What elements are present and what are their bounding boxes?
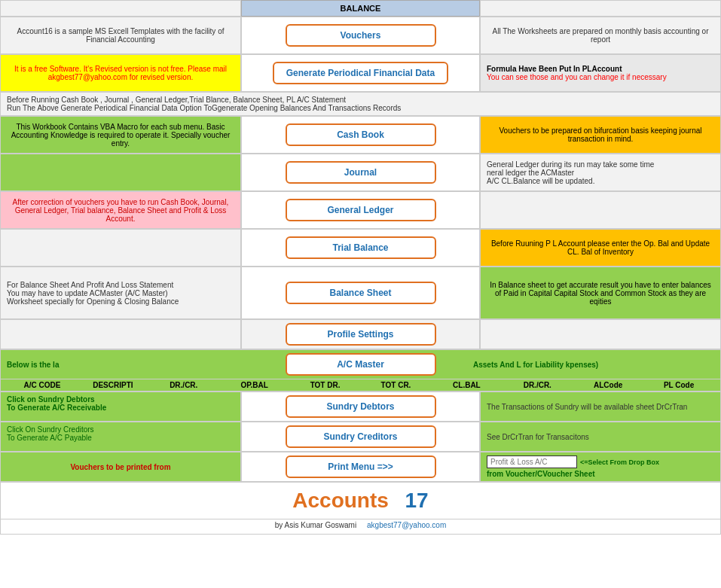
general-ledger-button[interactable]: General Ledger bbox=[286, 199, 436, 221]
print-button[interactable]: Print Menu =>> bbox=[286, 455, 436, 478]
balance-sheet-button-container: Balance Sheet bbox=[241, 267, 480, 319]
sundry-creditors-button-container: Sundry Creditors bbox=[241, 422, 480, 452]
accounts-text: Accounts bbox=[292, 489, 389, 512]
general-ledger-right bbox=[480, 191, 721, 229]
journal-row: Journal General Ledger during its run ma… bbox=[0, 154, 721, 191]
generate-left-text: It is a free Software. It's Revised vers… bbox=[0, 54, 241, 92]
sundry-debtors-row: Click on Sundry Debtors To Generate A/C … bbox=[0, 391, 721, 422]
acmaster-col4: OP.BAL bbox=[219, 381, 290, 389]
trial-balance-row: Trial Balance Before Ruuning P L Account… bbox=[0, 229, 721, 267]
trial-balance-left bbox=[0, 229, 241, 267]
balance-sheet-left-line2: You may have to update ACMaster (A/C Mas… bbox=[7, 289, 234, 297]
print-row: Vouchers to be printed from Print Menu =… bbox=[0, 452, 721, 482]
acmaster-header-right: Assets And L for Liability kpenses) bbox=[473, 361, 714, 369]
profile-button-container: Profile Settings bbox=[241, 319, 480, 349]
acmaster-col5: TOT DR. bbox=[290, 381, 361, 389]
print-right: <=Select From Drop Box from Voucher/CVou… bbox=[480, 452, 721, 482]
trial-balance-button-container: Trial Balance bbox=[241, 229, 480, 267]
notice-line2: Run The Above Generate Periodical Financ… bbox=[7, 104, 714, 112]
balance-header: BALANCE bbox=[241, 0, 480, 17]
journal-button-container: Journal bbox=[241, 154, 480, 191]
sundry-creditors-button[interactable]: Sundry Creditors bbox=[286, 425, 436, 448]
acmaster-header: Below is the la A/C Master Assets And L … bbox=[0, 349, 721, 379]
balance-sheet-left: For Balance Sheet And Profit And Loss St… bbox=[0, 267, 241, 319]
generate-button-container: Generate Periodical Financial Data bbox=[241, 54, 480, 92]
profile-right bbox=[480, 319, 721, 349]
balance-sheet-button[interactable]: Balance Sheet bbox=[286, 282, 436, 304]
profile-row: Profile Settings bbox=[0, 319, 721, 349]
vouchers-left-text: Account16 is a sample MS Excell Template… bbox=[0, 17, 241, 54]
journal-right-line1: General Ledger during its run may take s… bbox=[487, 160, 714, 169]
balance-sheet-left-line3: Worksheet specially for Opening & Closin… bbox=[7, 297, 234, 306]
notice-row: Before Running Cash Book , Journal , Gen… bbox=[0, 92, 721, 116]
print-button-container: Print Menu =>> bbox=[241, 452, 480, 482]
sundry-creditors-right: See DrCrTran for Transacitons bbox=[480, 422, 721, 452]
pl-dropdown-label: <=Select From Drop Box bbox=[580, 459, 659, 466]
acmaster-col8: DR./CR. bbox=[502, 381, 573, 389]
cashbook-left-text: This Workbook Contains VBA Macro for eac… bbox=[0, 116, 241, 154]
journal-button[interactable]: Journal bbox=[286, 161, 436, 184]
balance-sheet-right: In Balance sheet to get accurate result … bbox=[480, 267, 721, 319]
general-ledger-left: After correction of vouchers you have to… bbox=[0, 191, 241, 229]
pl-input-row: <=Select From Drop Box bbox=[487, 455, 714, 468]
profile-button[interactable]: Profile Settings bbox=[286, 323, 436, 346]
footer-sub-author: by Asis Kumar Goswami bbox=[275, 521, 356, 529]
sundry-debtors-left: Click on Sundry Debtors To Generate A/C … bbox=[0, 391, 241, 422]
acmaster-col1: A/C CODE bbox=[7, 381, 78, 389]
generate-button[interactable]: Generate Periodical Financial Data bbox=[273, 62, 448, 84]
cashbook-button[interactable]: Cash Book bbox=[286, 123, 436, 146]
acmaster-button[interactable]: A/C Master bbox=[286, 353, 436, 376]
vouchers-button-container: Vouchers bbox=[241, 17, 480, 54]
sundry-creditors-left: Click On Sundry Creditors To Generate A/… bbox=[0, 422, 241, 452]
profile-left bbox=[0, 319, 241, 349]
sc-left-line2: To Generate A/C Payable bbox=[7, 434, 234, 442]
sundry-debtors-right: The Transactions of Sundry will be avail… bbox=[480, 391, 721, 422]
footer-email[interactable]: akgbest77@yahoo.com bbox=[367, 521, 446, 529]
generate-right-text: Formula Have Been Put In PLAccount You c… bbox=[480, 54, 721, 92]
sundry-debtors-button-container: Sundry Debtors bbox=[241, 391, 480, 422]
generate-row: It is a free Software. It's Revised vers… bbox=[0, 54, 721, 92]
acmaster-button-container: A/C Master bbox=[248, 353, 473, 376]
journal-left bbox=[0, 154, 241, 191]
journal-right-line3: A/C CL.Balance will be updated. bbox=[487, 177, 714, 185]
balance-sheet-left-line1: For Balance Sheet And Profit And Loss St… bbox=[7, 281, 234, 289]
print-left-text: Vouchers to be printed from bbox=[0, 452, 241, 482]
general-ledger-button-container: General Ledger bbox=[241, 191, 480, 229]
vouchers-row: Account16 is a sample MS Excell Template… bbox=[0, 17, 721, 54]
acmaster-col9: ALCode bbox=[573, 381, 643, 389]
journal-right-line2: neral ledger the ACMaster bbox=[487, 169, 714, 177]
acmaster-cols: A/C CODE DESCRIPTI DR./CR. OP.BAL TOT DR… bbox=[0, 379, 721, 391]
trial-balance-right: Before Ruuning P L Account please enter … bbox=[480, 229, 721, 267]
sd-left-line2: To Generate A/C Receivable bbox=[7, 404, 234, 412]
acmaster-col2: DESCRIPTI bbox=[78, 381, 148, 389]
footer-title: Accounts 17 bbox=[0, 482, 721, 519]
cashbook-right-text: Vouchers to be prepared on bifurcation b… bbox=[480, 116, 721, 154]
sundry-debtors-button[interactable]: Sundry Debtors bbox=[286, 395, 436, 418]
acmaster-header-left: Below is the la bbox=[7, 361, 248, 369]
accounts-num: 17 bbox=[405, 489, 429, 512]
print-right-bottom: from Voucher/CVoucher Sheet bbox=[487, 470, 714, 478]
accounts-space bbox=[391, 489, 403, 512]
footer-sub: by Asis Kumar Goswami akgbest77@yahoo.co… bbox=[0, 519, 721, 535]
journal-right-text: General Ledger during its run may take s… bbox=[480, 154, 721, 191]
main-container: BALANCE Account16 is a sample MS Excell … bbox=[0, 0, 721, 535]
sd-left-line1: Click on Sundry Debtors bbox=[7, 395, 234, 404]
header-row: BALANCE bbox=[0, 0, 721, 17]
acmaster-col3: DR./CR. bbox=[148, 381, 219, 389]
generate-right-line2: You can see those and you can change it … bbox=[487, 73, 714, 81]
balance-sheet-row: For Balance Sheet And Profit And Loss St… bbox=[0, 267, 721, 319]
sc-left-line1: Click On Sundry Creditors bbox=[7, 425, 234, 434]
vouchers-right-text: All The Worksheets are prepared on month… bbox=[480, 17, 721, 54]
notice-line1: Before Running Cash Book , Journal , Gen… bbox=[7, 96, 714, 104]
generate-right-line1: Formula Have Been Put In PLAccount bbox=[487, 65, 714, 73]
pl-input[interactable] bbox=[487, 455, 577, 468]
vouchers-button[interactable]: Vouchers bbox=[286, 24, 436, 47]
sundry-creditors-row: Click On Sundry Creditors To Generate A/… bbox=[0, 422, 721, 452]
acmaster-col10: PL Code bbox=[643, 381, 714, 389]
general-ledger-row: After correction of vouchers you have to… bbox=[0, 191, 721, 229]
cashbook-row: This Workbook Contains VBA Macro for eac… bbox=[0, 116, 721, 154]
cashbook-button-container: Cash Book bbox=[241, 116, 480, 154]
trial-balance-button[interactable]: Trial Balance bbox=[286, 236, 436, 259]
acmaster-col7: CL.BAL bbox=[431, 381, 502, 389]
acmaster-col6: TOT CR. bbox=[361, 381, 432, 389]
